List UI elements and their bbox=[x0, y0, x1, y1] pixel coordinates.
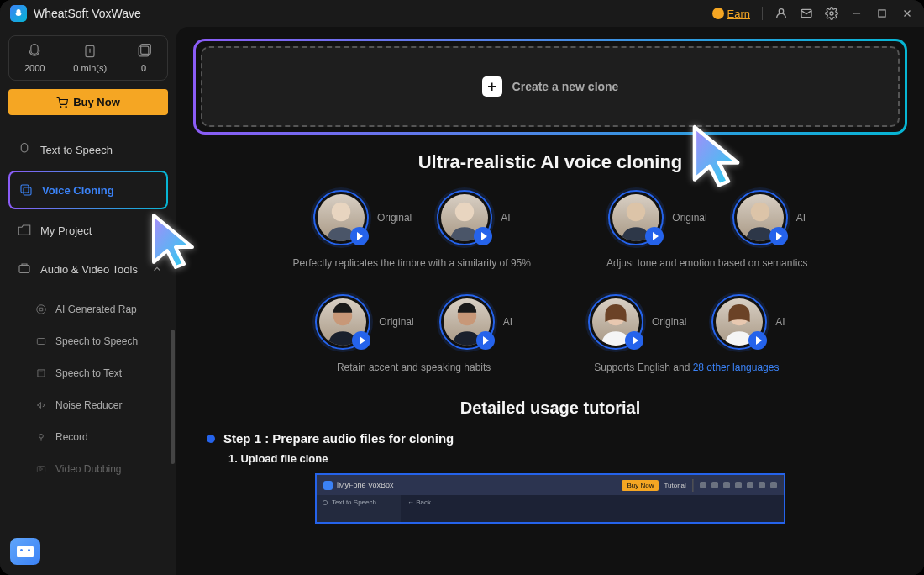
sample-pair-4: Original AI Supports English and 28 othe… bbox=[588, 294, 785, 373]
subnav-stt[interactable]: Speech to Text bbox=[8, 357, 168, 389]
nav-my-project[interactable]: My Project bbox=[8, 213, 168, 248]
tts-icon bbox=[17, 142, 32, 157]
subnav-record-label: Record bbox=[55, 431, 88, 443]
pair-desc-2: Adjust tone and emotion based on semanti… bbox=[606, 257, 807, 269]
noise-icon bbox=[35, 399, 47, 411]
svg-rect-10 bbox=[141, 45, 151, 55]
tutorial-screenshot: iMyFone VoxBox Buy Now Tutorial | bbox=[315, 473, 785, 524]
buy-now-label: Buy Now bbox=[73, 96, 120, 108]
scrollbar-thumb[interactable] bbox=[171, 330, 175, 464]
sample-pair-1: Original AI Perfectly replicates the tim… bbox=[293, 190, 531, 269]
avatar-ai-1[interactable] bbox=[437, 190, 492, 245]
svg-point-16 bbox=[37, 305, 46, 314]
ts-icon bbox=[759, 482, 765, 488]
avatar-original-2[interactable] bbox=[608, 190, 664, 245]
dubbing-icon bbox=[35, 463, 47, 475]
svg-rect-4 bbox=[879, 10, 885, 17]
nav-text-to-speech[interactable]: Text to Speech bbox=[8, 132, 168, 167]
svg-rect-13 bbox=[21, 185, 29, 193]
create-clone-panel: + Create a new clone bbox=[193, 39, 907, 135]
avatar-original-4[interactable] bbox=[588, 294, 643, 350]
subnav-sts-label: Speech to Speech bbox=[55, 335, 138, 347]
svg-point-18 bbox=[39, 435, 44, 439]
play-icon bbox=[476, 331, 495, 350]
svg-rect-15 bbox=[19, 266, 29, 273]
substep-1: 1. Upload file clone bbox=[228, 452, 907, 465]
buy-now-button[interactable]: Buy Now bbox=[8, 89, 168, 115]
chat-assistant-button[interactable] bbox=[10, 538, 40, 565]
nav-tools-header[interactable]: Audio & Video Tools bbox=[8, 251, 168, 287]
subnav-noise[interactable]: Noise Reducer bbox=[8, 389, 168, 421]
divider bbox=[762, 7, 763, 20]
create-clone-label: Create a new clone bbox=[512, 80, 619, 93]
section-title: Ultra-realistic AI voice cloning bbox=[193, 151, 907, 173]
credits-value: 2000 bbox=[24, 63, 45, 73]
play-icon bbox=[645, 227, 664, 245]
subnav-record[interactable]: Record bbox=[8, 421, 168, 453]
avatar-label-ai: AI bbox=[503, 316, 512, 328]
sidebar: 2000 0 min(s) 0 Buy Now bbox=[0, 27, 176, 575]
avatar-ai-3[interactable] bbox=[439, 294, 495, 350]
nav-voice-cloning[interactable]: Voice Cloning bbox=[8, 171, 168, 209]
main-content: + Create a new clone Ultra-realistic AI … bbox=[176, 27, 924, 575]
avatar-label-ai: AI bbox=[775, 316, 785, 328]
svg-point-22 bbox=[455, 203, 474, 221]
mail-icon[interactable] bbox=[800, 7, 813, 20]
avatar-label-original: Original bbox=[652, 316, 686, 328]
maximize-icon[interactable] bbox=[875, 7, 889, 20]
ts-nav-item: Text to Speech bbox=[322, 499, 396, 506]
count-icon bbox=[135, 43, 152, 60]
subnav-rap[interactable]: AI Generated Rap bbox=[8, 293, 168, 325]
subnav-noise-label: Noise Reducer bbox=[55, 399, 122, 411]
sample-pair-2: Original AI Adjust tone and emotion base… bbox=[606, 190, 807, 269]
voice-cloning-icon bbox=[18, 182, 34, 198]
app-window: WheatSoft VoxWave Earn bbox=[0, 0, 924, 575]
ts-icon bbox=[700, 482, 706, 488]
avatar-ai-4[interactable] bbox=[711, 294, 767, 350]
play-icon bbox=[350, 227, 369, 245]
minutes-value: 0 min(s) bbox=[73, 63, 107, 73]
close-icon[interactable] bbox=[900, 7, 914, 20]
create-clone-button[interactable]: + Create a new clone bbox=[201, 46, 900, 127]
ts-icon bbox=[770, 482, 777, 488]
tutorial-title: Detailed usage tutorial bbox=[193, 398, 907, 418]
subnav-sts[interactable]: Speech to Speech bbox=[8, 325, 168, 357]
languages-link[interactable]: 28 other languages bbox=[693, 361, 780, 373]
nav-project-label: My Project bbox=[40, 224, 92, 237]
svg-point-23 bbox=[627, 203, 645, 221]
gear-icon[interactable] bbox=[825, 7, 838, 20]
pair-desc-4: Supports English and 28 other languages bbox=[594, 361, 779, 373]
svg-marker-20 bbox=[40, 467, 43, 471]
stat-minutes: 0 min(s) bbox=[73, 43, 107, 73]
app-title: WheatSoft VoxWave bbox=[34, 7, 141, 20]
rap-icon bbox=[35, 303, 47, 315]
app-logo-icon bbox=[10, 5, 27, 22]
subnav-rap-label: AI Generated Rap bbox=[55, 303, 137, 315]
bullet-icon bbox=[207, 435, 215, 443]
ts-tutorial-link: Tutorial bbox=[664, 482, 685, 489]
svg-point-21 bbox=[332, 203, 350, 221]
svg-rect-17 bbox=[37, 339, 45, 345]
nav-tts-label: Text to Speech bbox=[40, 144, 113, 156]
avatar-original-1[interactable] bbox=[313, 190, 369, 245]
minimize-icon[interactable] bbox=[850, 7, 864, 20]
subnav-dubbing-label: Video Dubbing bbox=[55, 463, 122, 475]
sts-icon bbox=[35, 335, 47, 347]
avatar-ai-2[interactable] bbox=[732, 190, 788, 245]
avatar-label-original: Original bbox=[672, 212, 706, 224]
cart-icon bbox=[56, 97, 68, 108]
pair-desc-3: Retain accent and speaking habits bbox=[337, 361, 491, 373]
chevron-up-icon bbox=[151, 263, 163, 275]
step-1-text: Step 1 : Prepare audio files for cloning bbox=[223, 431, 454, 446]
svg-point-12 bbox=[66, 106, 66, 107]
earn-link[interactable]: Earn bbox=[712, 8, 750, 20]
record-icon bbox=[35, 431, 47, 443]
subnav-dubbing[interactable]: Video Dubbing bbox=[8, 453, 168, 485]
user-icon[interactable] bbox=[774, 7, 788, 20]
pair-desc-1: Perfectly replicates the timbre with a s… bbox=[293, 257, 531, 269]
nav-tools-label: Audio & Video Tools bbox=[40, 263, 138, 276]
stat-credits: 2000 bbox=[24, 43, 45, 73]
avatar-original-3[interactable] bbox=[315, 294, 370, 350]
sidebar-scrollbar[interactable] bbox=[171, 330, 175, 531]
ts-buy-button: Buy Now bbox=[622, 480, 659, 491]
